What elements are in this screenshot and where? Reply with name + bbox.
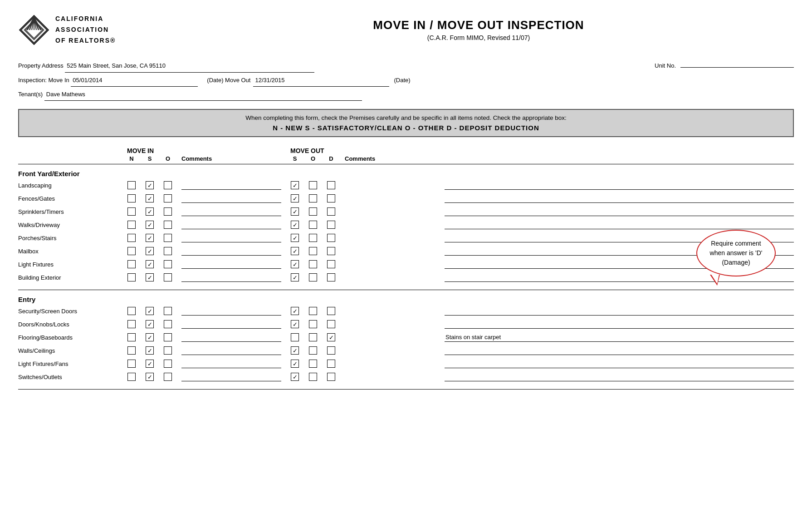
mo-mo_d-checkbox[interactable]: [327, 373, 335, 381]
mi-mi_n-checkbox[interactable]: [127, 181, 136, 189]
mi-mi_o-checkbox[interactable]: [164, 273, 172, 281]
mo-mo_o-checkbox[interactable]: [309, 194, 317, 202]
mo-mo_o-checkbox[interactable]: [309, 273, 317, 281]
mi-mi_s-checkbox[interactable]: [146, 346, 154, 355]
mo-mo_s-checkbox[interactable]: [291, 260, 299, 268]
mo-mo_d-checkbox[interactable]: [327, 234, 335, 242]
mi-mi_s-checkbox[interactable]: [146, 320, 154, 328]
mo-mo_o-checkbox[interactable]: [309, 221, 317, 229]
mi-mi_s-checkbox[interactable]: [146, 373, 154, 381]
mi-mi_s-checkbox[interactable]: [146, 333, 154, 341]
mo-mo_d-checkbox[interactable]: [327, 247, 335, 255]
mo-comment-line: [445, 194, 794, 203]
mi-mi_o-checkbox[interactable]: [164, 320, 172, 328]
mi-mi_n-checkbox[interactable]: [127, 346, 136, 355]
mo-mo_d-checkbox[interactable]: [327, 333, 335, 341]
mo-mo_s-checkbox[interactable]: [291, 373, 299, 381]
mo-mo_s-checkbox[interactable]: [291, 247, 299, 255]
mi-mi_n-checkbox[interactable]: [127, 207, 136, 216]
mo-mo_o-checkbox[interactable]: [309, 181, 317, 189]
mo-mo_s-checkbox[interactable]: [291, 307, 299, 315]
mo-mo_o-checkbox[interactable]: [309, 234, 317, 242]
mo-mo_d-checkbox[interactable]: [327, 221, 335, 229]
mo-mo_s-checkbox[interactable]: [291, 207, 299, 216]
mi-mi_n-checkbox[interactable]: [127, 194, 136, 202]
mi-mi_n-checkbox[interactable]: [127, 360, 136, 368]
mi-mi_n-checkbox[interactable]: [127, 320, 136, 328]
mi-mi_n-checkbox[interactable]: [127, 333, 136, 341]
mi-mi_o-checkbox[interactable]: [164, 260, 172, 268]
mo-mo_s-checkbox[interactable]: [291, 320, 299, 328]
mi-mi_o-checkbox[interactable]: [164, 234, 172, 242]
mo-mo_d-checkbox[interactable]: [327, 194, 335, 202]
mo-mo_s-checkbox[interactable]: [291, 346, 299, 355]
mi-mi_n-checkbox[interactable]: [127, 234, 136, 242]
move-out-cells: [286, 181, 440, 189]
mo-mo_d-checkbox[interactable]: [327, 307, 335, 315]
mi-mi_o-checkbox[interactable]: [164, 333, 172, 341]
mi-mi_o-checkbox[interactable]: [164, 194, 172, 202]
mi-mi_o-checkbox[interactable]: [164, 181, 172, 189]
mo-mo_o-cell: [304, 373, 322, 381]
mo-mo_o-checkbox[interactable]: [309, 307, 317, 315]
move-out-sub-headers: S O D Comments: [286, 155, 440, 162]
mi-mi_s-checkbox[interactable]: [146, 234, 154, 242]
mi-mi_n-checkbox[interactable]: [127, 273, 136, 281]
mi-mi_n-checkbox[interactable]: [127, 373, 136, 381]
mo-mo_s-cell: [286, 221, 304, 229]
mi-mi_n-checkbox[interactable]: [127, 307, 136, 315]
mo-mo_d-checkbox[interactable]: [327, 320, 335, 328]
mo-mo_s-checkbox[interactable]: [291, 221, 299, 229]
mi-mi_o-checkbox[interactable]: [164, 373, 172, 381]
mo-mo_d-cell: [322, 234, 340, 242]
mi-mi_o-checkbox[interactable]: [164, 307, 172, 315]
mi-mi_s-checkbox[interactable]: [146, 194, 154, 202]
mo-mo_d-checkbox[interactable]: [327, 346, 335, 355]
mi-mi_s-checkbox[interactable]: [146, 307, 154, 315]
mi-mi_n-cell: [122, 333, 141, 341]
mo-mo_s-checkbox[interactable]: [291, 181, 299, 189]
mo-mo_o-checkbox[interactable]: [309, 320, 317, 328]
mo-mo_d-checkbox[interactable]: [327, 360, 335, 368]
mi-mi_o-checkbox[interactable]: [164, 247, 172, 255]
mi-comment-line: [181, 194, 281, 203]
mi-mi_o-checkbox[interactable]: [164, 221, 172, 229]
mi-mi_o-checkbox[interactable]: [164, 346, 172, 355]
mi-mi_o-cell: [159, 333, 177, 341]
mo-s-header: S: [286, 155, 304, 162]
mo-mo_d-checkbox[interactable]: [327, 181, 335, 189]
mi-mi_n-checkbox[interactable]: [127, 221, 136, 229]
mo-mo_s-checkbox[interactable]: [291, 333, 299, 341]
mi-mi_s-checkbox[interactable]: [146, 221, 154, 229]
mo-mo_o-checkbox[interactable]: [309, 207, 317, 216]
mo-mo_s-checkbox[interactable]: [291, 273, 299, 281]
mo-mo_o-checkbox[interactable]: [309, 360, 317, 368]
mo-mo_s-cell: [286, 207, 304, 216]
mo-mo_d-checkbox[interactable]: [327, 207, 335, 216]
mi-mi_s-checkbox[interactable]: [146, 260, 154, 268]
mo-mo_o-checkbox[interactable]: [309, 346, 317, 355]
mo-mo_o-cell: [304, 181, 322, 189]
mi-mi_s-checkbox[interactable]: [146, 273, 154, 281]
mi-mi_s-checkbox[interactable]: [146, 207, 154, 216]
mo-mo_o-checkbox[interactable]: [309, 373, 317, 381]
mo-mo_s-checkbox[interactable]: [291, 194, 299, 202]
mo-mo_s-checkbox[interactable]: [291, 360, 299, 368]
mo-mo_s-cell: [286, 194, 304, 202]
mi-mi_o-checkbox[interactable]: [164, 207, 172, 216]
mi-mi_n-checkbox[interactable]: [127, 260, 136, 268]
mi-mi_n-checkbox[interactable]: [127, 247, 136, 255]
mo-mo_o-checkbox[interactable]: [309, 333, 317, 341]
mo-mo_o-checkbox[interactable]: [309, 247, 317, 255]
mi-mi_s-checkbox[interactable]: [146, 181, 154, 189]
mi-mi_o-checkbox[interactable]: [164, 360, 172, 368]
mo-comment-line: [445, 346, 794, 355]
mo-mo_d-checkbox[interactable]: [327, 273, 335, 281]
mo-mo_o-checkbox[interactable]: [309, 260, 317, 268]
mi-mi_s-checkbox[interactable]: [146, 247, 154, 255]
mi-mi_s-checkbox[interactable]: [146, 360, 154, 368]
row-item-label: Security/Screen Doors: [18, 308, 122, 315]
mo-mo_s-checkbox[interactable]: [291, 234, 299, 242]
table-row: Doors/Knobs/Locks: [18, 318, 794, 330]
mo-mo_d-checkbox[interactable]: [327, 260, 335, 268]
